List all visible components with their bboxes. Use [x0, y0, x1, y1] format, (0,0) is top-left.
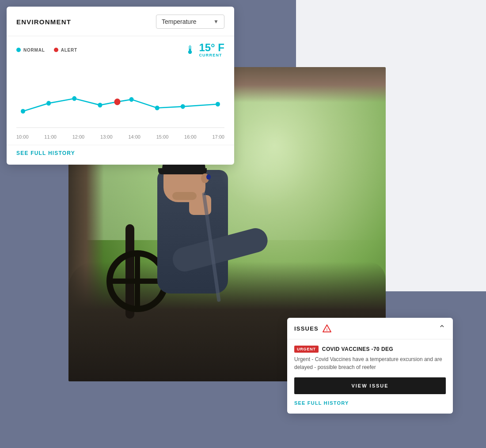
issues-title: ISSUES	[294, 325, 319, 332]
urgent-badge: URGENT	[294, 346, 319, 353]
issues-see-full-history-link[interactable]: SEE FULL HISTORY	[294, 400, 446, 407]
issue-badge-row: URGENT COVID VACCINES -70 DEG	[294, 346, 446, 353]
temperature-dropdown[interactable]: Temperature ▼	[156, 15, 224, 29]
svg-text:!: !	[326, 328, 327, 332]
time-labels-row: 10:00 11:00 12:00 13:00 14:00 15:00 16:0…	[7, 132, 234, 145]
time-label-6: 15:00	[156, 134, 169, 139]
temp-value-group: 15° F CURRENT	[199, 42, 224, 57]
chart-svg	[16, 62, 224, 132]
svg-point-2	[46, 101, 51, 106]
thermometer-icon: 🌡	[185, 43, 196, 57]
normal-dot	[16, 48, 21, 52]
time-label-2: 11:00	[44, 134, 57, 139]
dropdown-label: Temperature	[162, 18, 197, 25]
env-card-title: ENVIRONMENT	[16, 18, 71, 26]
environment-card: ENVIRONMENT Temperature ▼ NORMAL ALERT 🌡…	[7, 7, 234, 165]
issue-description: Urgent - Covid Vaccines have a temperatu…	[294, 356, 446, 371]
normal-label: NORMAL	[23, 48, 45, 53]
svg-point-8	[216, 102, 220, 107]
alert-label: ALERT	[61, 48, 77, 53]
svg-point-4	[98, 103, 102, 108]
env-legend-row: NORMAL ALERT 🌡 15° F CURRENT	[7, 36, 234, 57]
time-label-1: 10:00	[16, 134, 29, 139]
svg-point-7	[181, 104, 185, 109]
issue-name: COVID VACCINES -70 DEG	[322, 346, 393, 352]
time-label-3: 12:00	[72, 134, 85, 139]
time-label-7: 16:00	[184, 134, 197, 139]
temp-value: 15° F	[199, 42, 224, 53]
warning-triangle-icon: !	[322, 324, 332, 333]
legend-alert: ALERT	[54, 48, 77, 53]
svg-point-9	[114, 98, 120, 105]
legend-normal: NORMAL	[16, 48, 45, 53]
time-label-5: 14:00	[128, 134, 140, 139]
svg-point-6	[155, 105, 159, 110]
env-see-full-history-section: SEE FULL HISTORY	[7, 145, 234, 165]
svg-point-3	[72, 96, 76, 101]
time-label-4: 13:00	[100, 134, 113, 139]
svg-point-1	[21, 109, 25, 114]
view-issue-button[interactable]: VIEW ISSUE	[294, 377, 446, 394]
env-see-full-history-link[interactable]: SEE FULL HISTORY	[16, 150, 75, 156]
issues-card: ISSUES ! ⌃ URGENT COVID VACCINES -70 DEG…	[287, 318, 453, 414]
issues-card-header: ISSUES ! ⌃	[287, 318, 453, 339]
temp-current-label: CURRENT	[199, 53, 222, 57]
svg-point-5	[129, 97, 134, 102]
collapse-chevron-up-icon[interactable]: ⌃	[438, 324, 446, 333]
alert-dot	[54, 48, 58, 52]
time-label-8: 17:00	[212, 134, 224, 139]
temperature-chart	[7, 57, 234, 132]
chevron-down-icon: ▼	[213, 19, 219, 25]
current-temp: 🌡 15° F CURRENT	[185, 42, 224, 57]
issues-body: URGENT COVID VACCINES -70 DEG Urgent - C…	[287, 339, 453, 414]
issues-title-group: ISSUES !	[294, 324, 332, 333]
env-card-header: ENVIRONMENT Temperature ▼	[7, 7, 234, 36]
